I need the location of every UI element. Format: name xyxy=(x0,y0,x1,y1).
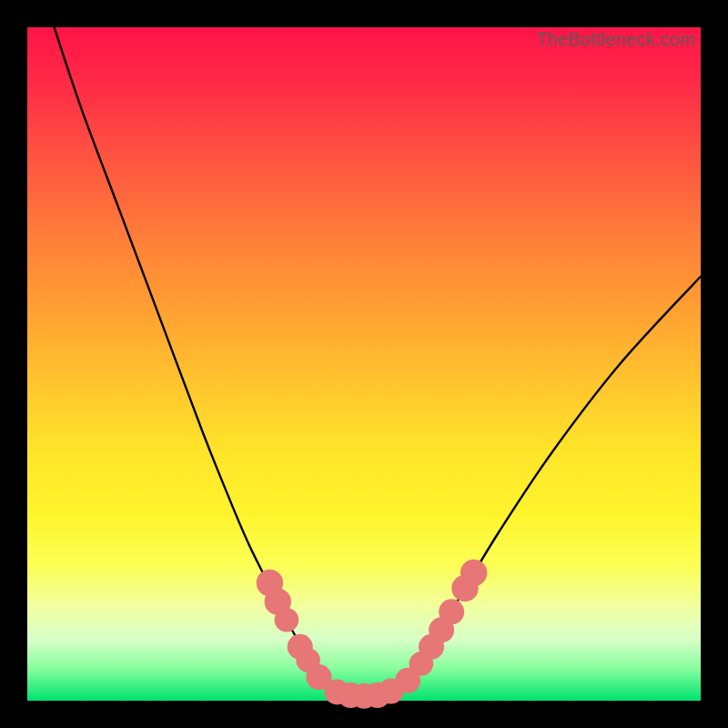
bead-group xyxy=(257,560,488,709)
bead-marker xyxy=(275,608,299,632)
bottleneck-curve xyxy=(55,27,701,696)
bead-marker xyxy=(460,560,487,586)
curve-layer xyxy=(27,27,701,701)
bead-marker xyxy=(439,599,464,624)
plot-area: TheBottleneck.com xyxy=(27,27,701,701)
chart-frame: TheBottleneck.com xyxy=(0,0,728,728)
